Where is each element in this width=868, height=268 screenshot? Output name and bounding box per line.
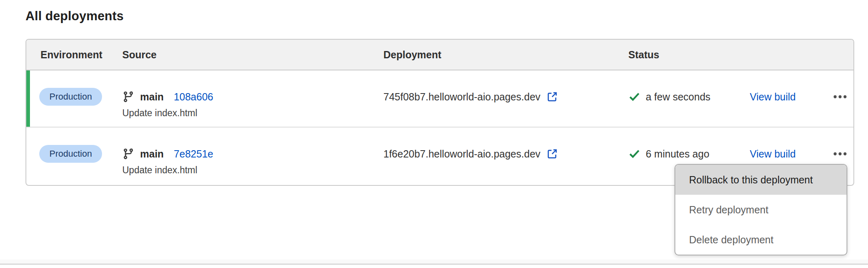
row-actions-menu-button[interactable] (829, 145, 851, 162)
deployment-url: 1f6e20b7.helloworld-aio.pages.dev (383, 148, 540, 160)
view-build-link[interactable]: View build (750, 148, 796, 160)
git-branch-icon (122, 91, 134, 103)
commit-message: Update index.html (122, 107, 383, 119)
ellipsis-icon (832, 148, 848, 160)
deployment-url: 745f08b7.helloworld-aio.pages.dev (383, 91, 540, 103)
table-header-row: Environment Source Deployment Status (26, 40, 853, 70)
deployment-cell: 1f6e20b7.helloworld-aio.pages.dev (383, 128, 628, 185)
deployment-cell: 745f08b7.helloworld-aio.pages.dev (383, 70, 628, 127)
source-cell: main 108a606 Update index.html (122, 70, 383, 127)
check-icon (628, 91, 640, 103)
external-link-icon[interactable] (546, 91, 558, 103)
external-link-icon[interactable] (546, 148, 558, 160)
column-header-source: Source (122, 49, 383, 61)
git-branch-icon (122, 148, 134, 160)
environment-cell: Production (26, 70, 122, 127)
environment-cell: Production (26, 128, 122, 185)
status-cell: a few seconds (628, 70, 750, 127)
column-header-status: Status (628, 49, 750, 61)
ellipsis-icon (832, 91, 848, 103)
row-actions-menu-button[interactable] (829, 88, 851, 105)
view-build-link[interactable]: View build (750, 91, 796, 103)
page-bottom-divider (0, 259, 868, 265)
menu-item-rollback[interactable]: Rollback to this deployment (675, 165, 847, 195)
view-build-cell: View build (750, 70, 827, 127)
status-time: a few seconds (646, 91, 711, 103)
source-cell: main 7e8251e Update index.html (122, 128, 383, 185)
table-row: Production main 108a606 Update index.htm… (26, 70, 853, 128)
commit-link[interactable]: 7e8251e (174, 148, 213, 160)
menu-item-retry[interactable]: Retry deployment (675, 195, 847, 225)
page-title: All deployments (26, 9, 123, 23)
commit-message: Update index.html (122, 164, 383, 176)
column-header-environment: Environment (26, 49, 122, 61)
commit-link[interactable]: 108a606 (174, 91, 213, 103)
status-time: 6 minutes ago (646, 148, 709, 160)
environment-badge: Production (39, 145, 102, 163)
menu-item-delete[interactable]: Delete deployment (675, 225, 847, 255)
column-header-deployment: Deployment (383, 49, 628, 61)
branch-name: main (140, 148, 164, 160)
check-icon (628, 148, 640, 160)
branch-name: main (140, 91, 164, 103)
actions-cell (827, 70, 853, 127)
environment-badge: Production (39, 88, 102, 106)
deployment-actions-menu: Rollback to this deployment Retry deploy… (674, 164, 847, 255)
